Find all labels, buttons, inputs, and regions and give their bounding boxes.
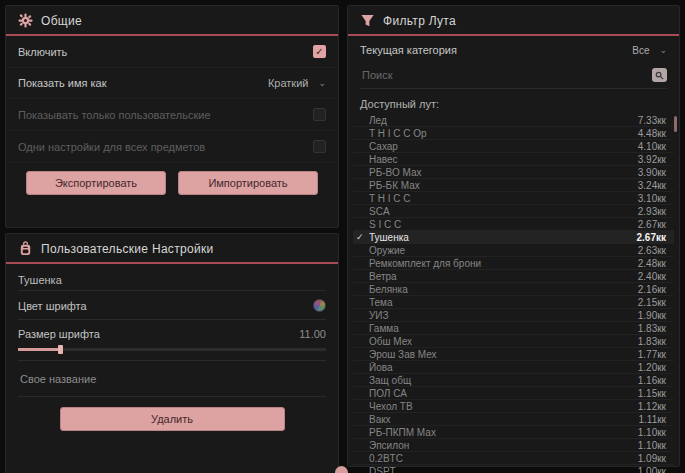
- loot-row[interactable]: ✓ Оружие 2.63кк: [353, 244, 674, 257]
- loot-item-value: 1.83кк: [638, 323, 666, 334]
- font-color-label: Цвет шрифта: [18, 300, 87, 312]
- loot-item-value: 2.63кк: [638, 245, 666, 256]
- loot-item-name: Сахар: [369, 141, 630, 152]
- loot-item-value: 7.33кк: [638, 115, 666, 126]
- delete-button[interactable]: Удалить: [60, 407, 285, 431]
- loot-row[interactable]: ✓ Ветра 2.40кк: [353, 270, 674, 283]
- loot-item-name: Белянка: [369, 284, 630, 295]
- category-row: Текущая категория Все ⌄: [348, 36, 679, 62]
- loot-row[interactable]: ✓ Лед 7.33кк: [353, 114, 674, 127]
- slider-fill: [18, 348, 58, 351]
- setting-row-enable: Включить ✓: [6, 36, 338, 68]
- loot-item-value: 1.10кк: [638, 440, 666, 451]
- name-mode-value: Краткий: [268, 77, 309, 89]
- selected-check-icon: ✓: [356, 232, 364, 242]
- loot-item-name: Оружие: [369, 245, 630, 256]
- category-select[interactable]: Все ⌄: [632, 45, 667, 56]
- loot-row[interactable]: ✓ Гамма 1.83кк: [353, 322, 674, 335]
- loot-row[interactable]: ✓ Защ общ 1.16кк: [353, 374, 674, 387]
- loot-item-name: ПОЛ СА: [369, 388, 630, 399]
- loot-item-value: 2.67кк: [637, 232, 666, 243]
- delete-row: Удалить: [6, 397, 338, 441]
- loot-row[interactable]: ✓ Обш Мех 1.83кк: [353, 335, 674, 348]
- loot-item-value: 1.15кк: [638, 388, 666, 399]
- name-mode-select[interactable]: Краткий ⌄: [268, 77, 326, 89]
- custom-name-input[interactable]: [18, 372, 330, 386]
- loot-filter-panel: Фильтр Лута Текущая категория Все ⌄ Дост…: [347, 5, 680, 467]
- loot-row[interactable]: ✓ Вакх 1.11кк: [353, 413, 674, 426]
- search-bar: [360, 62, 667, 89]
- loot-item-name: РБ-ВО Мах: [369, 167, 630, 178]
- chevron-down-icon: ⌄: [318, 78, 326, 88]
- loot-item-value: 2.67кк: [638, 219, 666, 230]
- general-panel: Общие Включить ✓ Показать имя как Кратки…: [5, 5, 339, 228]
- loot-item-value: 4.10кк: [638, 141, 666, 152]
- loot-item-name: 0.2BTC: [369, 453, 630, 464]
- loot-item-value: 4.48кк: [638, 128, 666, 139]
- loot-row[interactable]: ✓ УИЗ 1.90кк: [353, 309, 674, 322]
- funnel-icon: [360, 13, 375, 28]
- enable-checkbox[interactable]: ✓: [313, 45, 326, 58]
- loot-row[interactable]: ✓ 0.2BTC 1.09кк: [353, 452, 674, 465]
- filter-panel-header: Фильтр Лута: [348, 6, 679, 36]
- color-wheel-icon[interactable]: [313, 299, 326, 312]
- import-button[interactable]: Импортировать: [178, 171, 318, 195]
- custom-settings-panel: Пользовательские Настройки Тушенка Цвет …: [5, 233, 339, 473]
- loot-row[interactable]: ✓ Тушенка 2.67кк: [353, 231, 674, 244]
- loot-item-name: Эрош Зав Мех: [369, 349, 630, 360]
- only-custom-checkbox[interactable]: [313, 108, 326, 121]
- slider-handle[interactable]: [58, 345, 63, 354]
- backpack-icon: [18, 241, 33, 256]
- category-value: Все: [632, 45, 649, 56]
- loot-item-name: Тема: [369, 297, 630, 308]
- loot-row[interactable]: ✓ SCA 2.93кк: [353, 205, 674, 218]
- loot-item-name: Тушенка: [369, 232, 629, 243]
- loot-row[interactable]: ✓ T H I C C 3.10кк: [353, 192, 674, 205]
- loot-row[interactable]: ✓ РБ-ВО Мах 3.90кк: [353, 166, 674, 179]
- loot-row[interactable]: ✓ РБ-БК Мах 3.24кк: [353, 179, 674, 192]
- font-size-label: Размер шрифта: [18, 328, 100, 340]
- loot-item-value: 3.24кк: [638, 180, 666, 191]
- loot-item-value: 1.11кк: [639, 414, 666, 425]
- font-size-slider[interactable]: [18, 344, 326, 354]
- loot-item-name: Ремкомплект для брони: [369, 258, 630, 269]
- search-input[interactable]: [360, 68, 652, 82]
- loot-item-name: Навес: [369, 154, 630, 165]
- setting-row-name-mode: Показать имя как Краткий ⌄: [6, 68, 338, 99]
- scrollbar-thumb[interactable]: [674, 116, 677, 132]
- loot-row[interactable]: ✓ Эрош Зав Мех 1.77кк: [353, 348, 674, 361]
- loot-item-name: Ветра: [369, 271, 630, 282]
- loot-row[interactable]: ✓ S I C C 2.67кк: [353, 218, 674, 231]
- loot-item-value: 1.90кк: [638, 310, 666, 321]
- general-panel-header: Общие: [6, 6, 338, 36]
- loot-row[interactable]: ✓ T H I C C Ор 4.48кк: [353, 127, 674, 140]
- name-mode-label: Показать имя как: [18, 77, 107, 89]
- loot-row[interactable]: ✓ Эпсилон 1.10кк: [353, 439, 674, 452]
- export-button[interactable]: Экспортировать: [26, 171, 166, 195]
- chevron-down-icon: ⌄: [659, 45, 667, 55]
- loot-row[interactable]: ✓ Йова 1.20кк: [353, 361, 674, 374]
- loot-row[interactable]: ✓ Навес 3.92кк: [353, 153, 674, 166]
- loot-item-value: 2.40кк: [638, 271, 666, 282]
- loot-row[interactable]: ✓ Чехол ТВ 1.12кк: [353, 400, 674, 413]
- search-icon[interactable]: [652, 68, 667, 82]
- loot-row[interactable]: ✓ Ремкомплект для брони 2.48кк: [353, 257, 674, 270]
- same-settings-checkbox[interactable]: [313, 140, 326, 153]
- bottom-pin-icon[interactable]: [335, 466, 348, 473]
- loot-item-name: РБ-БК Мах: [369, 180, 630, 191]
- loot-item-name: Защ общ: [369, 375, 630, 386]
- export-import-row: Экспортировать Импортировать: [6, 163, 338, 203]
- loot-row[interactable]: ✓ Сахар 4.10кк: [353, 140, 674, 153]
- loot-item-name: РБ-ПКПМ Мах: [369, 427, 630, 438]
- loot-item-name: Чехол ТВ: [369, 401, 630, 412]
- loot-item-name: DSPT: [369, 466, 630, 473]
- loot-row[interactable]: ✓ ПОЛ СА 1.15кк: [353, 387, 674, 400]
- loot-item-value: 3.90кк: [638, 167, 666, 178]
- loot-item-value: 3.10кк: [638, 193, 666, 204]
- loot-item-value: 1.83кк: [638, 336, 666, 347]
- loot-row[interactable]: ✓ РБ-ПКПМ Мах 1.10кк: [353, 426, 674, 439]
- setting-row-only-custom: Показывать только пользовательские: [6, 99, 338, 131]
- loot-row[interactable]: ✓ Белянка 2.16кк: [353, 283, 674, 296]
- loot-row[interactable]: ✓ Тема 2.15кк: [353, 296, 674, 309]
- loot-row[interactable]: ✓ DSPT 1.00кк: [353, 465, 674, 473]
